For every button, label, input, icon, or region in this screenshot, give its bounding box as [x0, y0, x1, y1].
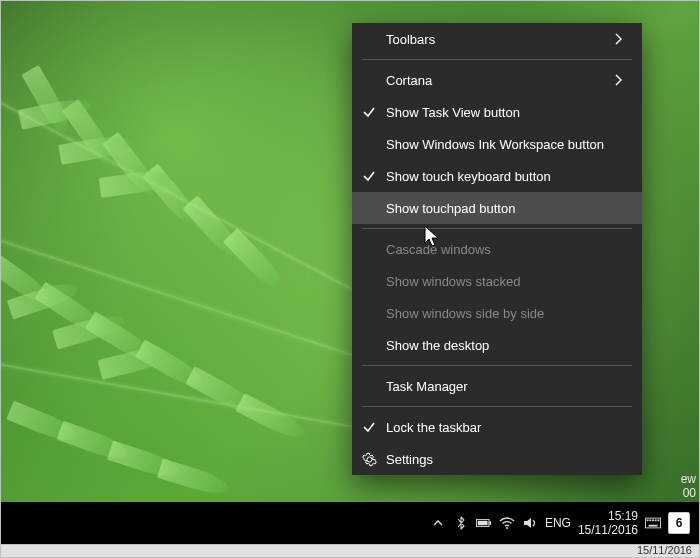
menu-item-lock-taskbar[interactable]: Lock the taskbar	[352, 411, 642, 443]
menu-item-label: Show Task View button	[386, 105, 608, 120]
menu-item-label: Show touch keyboard button	[386, 169, 608, 184]
svg-rect-6	[649, 519, 651, 521]
check-icon	[352, 169, 386, 183]
menu-item-cortana[interactable]: Cortana	[352, 64, 642, 96]
tray-clock[interactable]: 15:19 15/11/2016	[578, 509, 638, 537]
tray-time: 15:19	[578, 509, 638, 523]
volume-icon[interactable]	[522, 515, 538, 531]
svg-rect-10	[649, 525, 658, 527]
svg-rect-9	[657, 519, 659, 521]
footer-date: 15/11/2016	[637, 544, 692, 556]
menu-item-task-manager[interactable]: Task Manager	[352, 370, 642, 402]
bluetooth-icon[interactable]	[453, 515, 469, 531]
taskbar[interactable]: ENG 15:19 15/11/2016 6	[0, 502, 700, 544]
action-center-icon[interactable]: 6	[668, 512, 690, 534]
chevron-up-icon[interactable]	[430, 515, 446, 531]
chevron-right-icon	[608, 33, 628, 45]
menu-item-cascade-windows: Cascade windows	[352, 233, 642, 265]
footer-strip: 15/11/2016	[0, 544, 700, 558]
menu-item-label: Show windows stacked	[386, 274, 608, 289]
check-icon	[352, 105, 386, 119]
menu-item-label: Cortana	[386, 73, 608, 88]
menu-item-toolbars[interactable]: Toolbars	[352, 23, 642, 55]
taskbar-context-menu: Toolbars Cortana Show Task View button S…	[352, 23, 642, 475]
svg-rect-1	[489, 521, 491, 525]
tray-peek-text: ew 00	[681, 472, 696, 500]
menu-item-label: Show touchpad button	[386, 201, 608, 216]
menu-item-show-touch-keyboard[interactable]: Show touch keyboard button	[352, 160, 642, 192]
gear-icon	[352, 452, 386, 467]
menu-item-settings[interactable]: Settings	[352, 443, 642, 475]
menu-item-show-windows-stacked: Show windows stacked	[352, 265, 642, 297]
menu-item-label: Task Manager	[386, 379, 608, 394]
menu-item-show-task-view[interactable]: Show Task View button	[352, 96, 642, 128]
notification-count: 6	[676, 516, 683, 530]
svg-rect-5	[647, 519, 649, 521]
menu-item-show-desktop[interactable]: Show the desktop	[352, 329, 642, 361]
check-icon	[352, 420, 386, 434]
battery-icon[interactable]	[476, 515, 492, 531]
menu-item-show-ink-workspace[interactable]: Show Windows Ink Workspace button	[352, 128, 642, 160]
system-tray[interactable]: ENG 15:19 15/11/2016 6	[424, 502, 696, 544]
menu-separator	[362, 59, 632, 60]
menu-item-label: Lock the taskbar	[386, 420, 608, 435]
menu-separator	[362, 228, 632, 229]
tray-date: 15/11/2016	[578, 523, 638, 537]
svg-rect-7	[652, 519, 654, 521]
wifi-icon[interactable]	[499, 515, 515, 531]
menu-item-label: Show the desktop	[386, 338, 608, 353]
menu-item-label: Cascade windows	[386, 242, 608, 257]
svg-rect-2	[478, 521, 488, 525]
menu-item-label: Settings	[386, 452, 608, 467]
menu-separator	[362, 406, 632, 407]
menu-item-show-windows-side-by-side: Show windows side by side	[352, 297, 642, 329]
svg-rect-8	[655, 519, 657, 521]
menu-item-label: Toolbars	[386, 32, 608, 47]
tray-peek-line1: ew	[681, 472, 696, 486]
keyboard-icon[interactable]	[645, 515, 661, 531]
menu-item-label: Show windows side by side	[386, 306, 608, 321]
menu-item-show-touchpad[interactable]: Show touchpad button	[352, 192, 642, 224]
menu-separator	[362, 365, 632, 366]
chevron-right-icon	[608, 74, 628, 86]
tray-peek-line2: 00	[681, 486, 696, 500]
svg-point-3	[506, 527, 508, 529]
tray-language[interactable]: ENG	[545, 516, 571, 530]
menu-item-label: Show Windows Ink Workspace button	[386, 137, 608, 152]
